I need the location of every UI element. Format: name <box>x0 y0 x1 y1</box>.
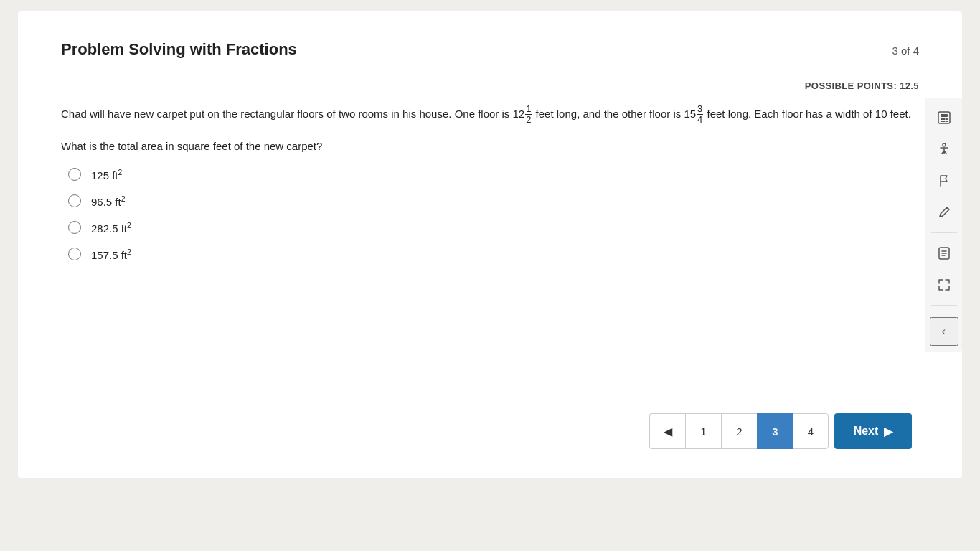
option-radio-4[interactable] <box>68 248 81 260</box>
option-radio-2[interactable] <box>68 194 81 207</box>
question-prompt: What is the total area in square feet of… <box>61 140 919 152</box>
main-card: Problem Solving with Fractions 3 of 4 PO… <box>18 11 962 478</box>
sidebar-divider <box>931 232 957 233</box>
option-item-4[interactable]: 157.5 ft2 <box>68 248 919 261</box>
flag-icon[interactable] <box>930 166 958 195</box>
notepad-icon[interactable] <box>930 239 958 268</box>
pencil-icon[interactable] <box>930 198 958 227</box>
options-list: 125 ft2 96.5 ft2 282.5 ft2 157.5 ft2 <box>68 168 919 261</box>
calculator-icon[interactable] <box>930 103 958 132</box>
option-label-3[interactable]: 282.5 ft2 <box>91 221 131 235</box>
sidebar-collapse-button[interactable]: ‹ <box>930 317 958 346</box>
svg-rect-4 <box>946 118 948 120</box>
page-button-2[interactable]: 2 <box>721 413 757 449</box>
sidebar: ‹ <box>925 98 962 352</box>
option-item-3[interactable]: 282.5 ft2 <box>68 221 919 235</box>
svg-rect-6 <box>943 121 945 122</box>
question-text-part1: Chad will have new carpet put on the rec… <box>61 108 524 120</box>
accessibility-icon[interactable] <box>930 135 958 164</box>
option-label-4[interactable]: 157.5 ft2 <box>91 248 131 261</box>
page-button-1[interactable]: 1 <box>685 413 721 449</box>
collapse-icon: ‹ <box>942 325 946 338</box>
next-button-arrow: ▶ <box>884 425 892 438</box>
svg-rect-5 <box>941 121 943 122</box>
possible-points: POSSIBLE POINTS: 12.5 <box>61 80 919 91</box>
page-title: Problem Solving with Fractions <box>61 40 297 59</box>
question-text: Chad will have new carpet put on the rec… <box>61 104 919 126</box>
header-row: Problem Solving with Fractions 3 of 4 <box>61 40 919 59</box>
option-label-1[interactable]: 125 ft2 <box>91 168 122 182</box>
expand-icon[interactable] <box>930 270 958 299</box>
pagination-row: ◀ 1 2 3 4 Next ▶ <box>649 413 912 449</box>
fraction2: 34 <box>696 108 704 120</box>
page-button-4[interactable]: 4 <box>793 413 829 449</box>
question-text-part2: feet long, and the other floor is 15 <box>532 108 696 120</box>
svg-rect-3 <box>943 118 945 120</box>
page-button-3[interactable]: 3 <box>757 413 793 449</box>
svg-rect-2 <box>941 118 943 120</box>
option-item-2[interactable]: 96.5 ft2 <box>68 194 919 208</box>
option-radio-3[interactable] <box>68 221 81 234</box>
next-button-label: Next <box>854 425 879 438</box>
option-radio-1[interactable] <box>68 168 81 181</box>
sidebar-divider-2 <box>931 305 957 306</box>
prev-button[interactable]: ◀ <box>649 413 685 449</box>
next-button[interactable]: Next ▶ <box>834 413 912 449</box>
question-text-part3: feet long. Each floor has a width of 10 … <box>704 108 911 120</box>
fraction1: 12 <box>524 108 532 120</box>
page-counter: 3 of 4 <box>892 44 919 57</box>
svg-rect-7 <box>946 121 948 122</box>
option-label-2[interactable]: 96.5 ft2 <box>91 194 126 208</box>
svg-rect-1 <box>941 114 948 117</box>
option-item-1[interactable]: 125 ft2 <box>68 168 919 182</box>
svg-point-8 <box>943 143 946 146</box>
